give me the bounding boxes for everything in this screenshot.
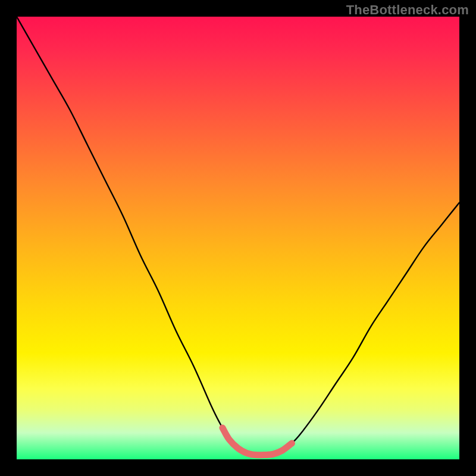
bottleneck-curve <box>17 17 459 455</box>
plot-area <box>17 17 459 459</box>
attribution-label: TheBottleneck.com <box>346 2 469 18</box>
curve-layer <box>17 17 459 459</box>
chart-frame: TheBottleneck.com <box>0 0 476 476</box>
bottleneck-highlight <box>223 428 292 455</box>
